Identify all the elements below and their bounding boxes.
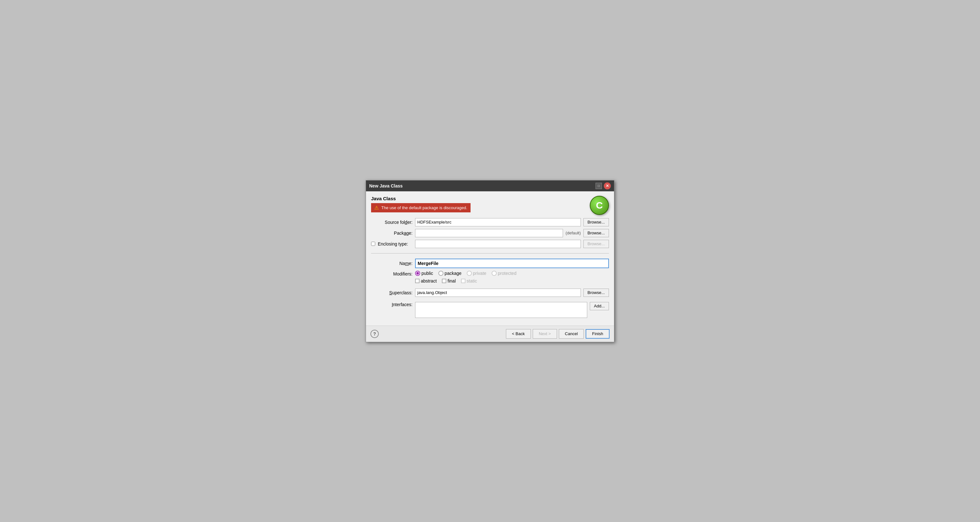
default-label: (default) xyxy=(566,231,581,236)
modifier-protected-text: protected xyxy=(498,271,517,276)
modifier-private-radio[interactable] xyxy=(467,271,472,276)
section-title: Java Class xyxy=(371,196,471,201)
interfaces-row: Interfaces: Add... xyxy=(371,302,609,318)
minimize-button[interactable]: □ xyxy=(595,183,602,189)
header-left: Java Class ⚠ The use of the default pack… xyxy=(371,196,471,217)
help-button[interactable]: ? xyxy=(371,330,379,338)
modifier-abstract-label[interactable]: abstract xyxy=(415,279,437,283)
modifier-final-checkbox[interactable] xyxy=(442,279,446,283)
enclosing-type-label: Enclosing type: xyxy=(378,241,408,247)
modifier-package-label[interactable]: package xyxy=(438,271,461,276)
modifier-protected-radio[interactable] xyxy=(492,271,497,276)
modifier-public-radio[interactable] xyxy=(415,271,420,276)
superclass-row: Superclass: Browse... xyxy=(371,288,609,297)
form-divider xyxy=(371,253,609,253)
interfaces-input[interactable] xyxy=(415,302,587,318)
access-modifier-group: public package private protected xyxy=(415,271,609,276)
modifier-public-label[interactable]: public xyxy=(415,271,433,276)
header-row: Java Class ⚠ The use of the default pack… xyxy=(371,196,609,217)
footer-buttons: < Back Next > Cancel Finish xyxy=(506,329,609,339)
next-button[interactable]: Next > xyxy=(533,329,557,339)
superclass-label: Superclass: xyxy=(371,290,412,295)
finish-button[interactable]: Finish xyxy=(585,329,609,339)
source-folder-row: Source folder: Browse... xyxy=(371,218,609,226)
enclosing-type-checkbox[interactable] xyxy=(371,242,375,246)
modifier-public-text: public xyxy=(422,271,433,276)
package-browse-button[interactable]: Browse... xyxy=(584,229,609,237)
modifiers-label: Modifiers: xyxy=(371,271,412,277)
dialog-body: Java Class ⚠ The use of the default pack… xyxy=(366,191,614,326)
name-input[interactable] xyxy=(415,259,609,268)
modifiers-row: Modifiers: public package pr xyxy=(371,271,609,283)
dialog-footer: ? < Back Next > Cancel Finish xyxy=(366,326,614,342)
superclass-input[interactable] xyxy=(415,288,581,297)
modifier-private-text: private xyxy=(473,271,487,276)
modifier-protected-label[interactable]: protected xyxy=(492,271,517,276)
source-folder-label: Source folder: xyxy=(371,220,412,225)
form-area: Source folder: Browse... Package: (defau… xyxy=(371,218,609,318)
modifier-final-label[interactable]: final xyxy=(442,279,456,283)
add-interface-button[interactable]: Add... xyxy=(590,302,609,310)
name-label: Name: xyxy=(371,261,412,266)
modifier-static-label[interactable]: static xyxy=(461,279,477,283)
interfaces-label: Interfaces: xyxy=(371,302,412,307)
close-button[interactable]: ✕ xyxy=(604,182,611,189)
title-bar-buttons: □ ✕ xyxy=(595,182,611,189)
modifier-final-text: final xyxy=(448,279,456,283)
cancel-button[interactable]: Cancel xyxy=(559,329,584,339)
dialog-title: New Java Class xyxy=(369,183,402,188)
modifier-package-text: package xyxy=(445,271,461,276)
modifier-static-text: static xyxy=(467,279,477,283)
new-java-class-dialog: New Java Class □ ✕ Java Class ⚠ The use … xyxy=(366,180,614,342)
enclosing-type-browse-button[interactable]: Browse... xyxy=(584,240,609,248)
eclipse-logo: C xyxy=(590,196,609,215)
back-button[interactable]: < Back xyxy=(506,329,531,339)
other-modifier-group: abstract final static xyxy=(415,279,609,283)
name-row: Name: xyxy=(371,259,609,268)
enclosing-type-label-area: Enclosing type: xyxy=(371,241,412,247)
warning-icon: ⚠ xyxy=(374,205,379,211)
enclosing-type-row: Enclosing type: Browse... xyxy=(371,240,609,248)
warning-bar: ⚠ The use of the default package is disc… xyxy=(371,203,471,212)
superclass-browse-button[interactable]: Browse... xyxy=(584,288,609,297)
modifiers-content: public package private protected xyxy=(415,271,609,283)
warning-text: The use of the default package is discou… xyxy=(381,205,468,210)
modifier-private-label[interactable]: private xyxy=(467,271,487,276)
source-folder-browse-button[interactable]: Browse... xyxy=(584,218,609,226)
enclosing-type-input[interactable] xyxy=(415,240,581,248)
modifier-abstract-checkbox[interactable] xyxy=(415,279,420,283)
modifier-abstract-text: abstract xyxy=(421,279,437,283)
modifier-package-radio[interactable] xyxy=(438,271,444,276)
footer-left: ? xyxy=(371,330,379,338)
package-input[interactable] xyxy=(415,229,563,237)
package-label: Package: xyxy=(371,231,412,236)
modifier-static-checkbox[interactable] xyxy=(461,279,465,283)
title-bar: New Java Class □ ✕ xyxy=(366,180,614,191)
source-folder-input[interactable] xyxy=(415,218,581,226)
package-row: Package: (default) Browse... xyxy=(371,229,609,237)
